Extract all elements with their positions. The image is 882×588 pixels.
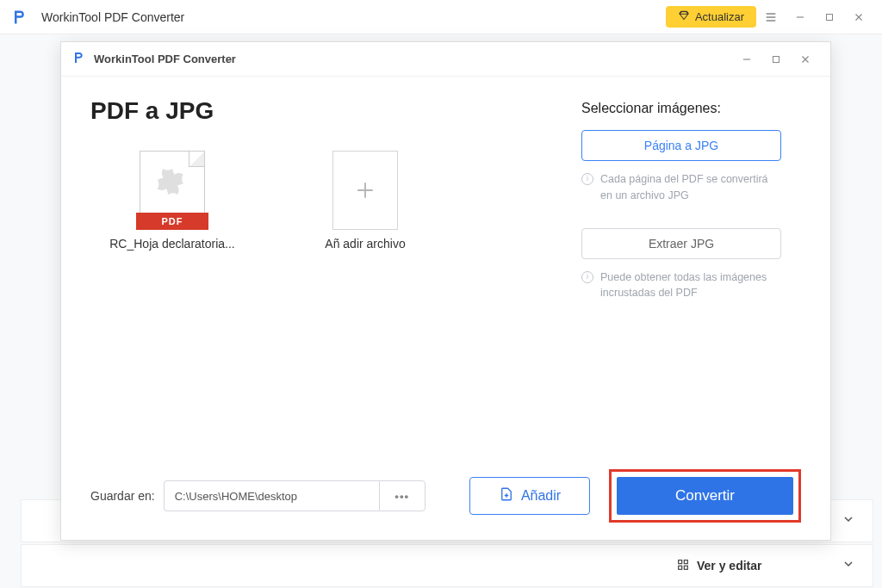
svg-rect-3 (679, 566, 682, 569)
info-icon: i (581, 271, 593, 283)
dialog-logo-icon (71, 51, 85, 68)
close-icon[interactable] (844, 4, 873, 30)
maximize-icon[interactable] (815, 4, 844, 30)
convert-button[interactable]: Convertir (617, 477, 793, 515)
extract-jpg-button[interactable]: Extraer JPG (581, 228, 781, 259)
add-file-tile[interactable]: Añ adir archivo (292, 149, 438, 251)
chevron-down-icon (842, 512, 855, 529)
add-file-icon (499, 486, 514, 505)
app-logo-icon (9, 7, 29, 28)
browse-button[interactable]: ••• (379, 480, 425, 511)
svg-rect-4 (684, 566, 687, 569)
add-button-label: Añadir (521, 488, 561, 504)
dialog-close-icon[interactable] (791, 46, 820, 72)
diamond-icon (678, 9, 690, 24)
dialog-heading: PDF a JPG (90, 97, 547, 125)
file-name: RC_Hoja declaratoria... (99, 237, 245, 251)
plus-icon (332, 151, 398, 230)
svg-rect-2 (684, 560, 687, 563)
dialog-title: WorkinTool PDF Converter (94, 53, 236, 65)
main-window-title: WorkinTool PDF Converter (41, 10, 184, 24)
dialog-maximize-icon[interactable] (761, 46, 791, 72)
extract-hint-text: Puede obtener todas las imágenes incrust… (600, 269, 781, 302)
convert-dialog: WorkinTool PDF Converter PDF a JPG PDF (60, 41, 831, 541)
file-item[interactable]: PDF RC_Hoja declaratoria... (99, 149, 245, 251)
pdf-badge: PDF (136, 213, 208, 230)
bg-row-view-edit[interactable]: Ver y editar (21, 544, 873, 587)
page-to-jpg-button[interactable]: Página a JPG (581, 130, 781, 161)
upgrade-button[interactable]: Actualizar (666, 6, 756, 28)
svg-rect-5 (773, 56, 780, 62)
svg-rect-0 (827, 14, 833, 20)
chevron-down-icon (842, 557, 855, 574)
bg-row-label-text: Ver y editar (697, 559, 762, 573)
right-pane: Seleccionar imágenes: Página a JPG i Cad… (547, 97, 801, 473)
left-pane: PDF a JPG PDF RC_Hoja declaratoria... (90, 97, 547, 473)
dialog-minimize-icon[interactable] (732, 46, 761, 72)
file-grid: PDF RC_Hoja declaratoria... Añ adir arch… (90, 149, 547, 251)
save-path-input[interactable] (164, 480, 379, 511)
grid-icon (676, 558, 690, 574)
extract-hint: i Puede obtener todas las imágenes incru… (581, 269, 781, 302)
page-hint-text: Cada página del PDF se convertirá en un … (600, 171, 781, 204)
dialog-footer: Guardar en: ••• Añadir Convertir (90, 469, 801, 523)
right-heading: Seleccionar imágenes: (581, 101, 801, 116)
convert-highlight-box: Convertir (609, 469, 801, 523)
dialog-titlebar: WorkinTool PDF Converter (61, 42, 830, 77)
menu-icon[interactable] (756, 4, 786, 30)
main-titlebar: WorkinTool PDF Converter Actualizar (0, 0, 882, 34)
info-icon: i (581, 173, 593, 185)
page-hint: i Cada página del PDF se convertirá en u… (581, 171, 781, 204)
minimize-icon[interactable] (786, 4, 815, 30)
upgrade-label: Actualizar (695, 10, 744, 23)
save-in-label: Guardar en: (90, 489, 155, 503)
add-file-label: Añ adir archivo (292, 237, 438, 251)
svg-rect-1 (679, 560, 682, 563)
add-button[interactable]: Añadir (469, 477, 590, 515)
pdf-file-icon: PDF (140, 151, 205, 230)
